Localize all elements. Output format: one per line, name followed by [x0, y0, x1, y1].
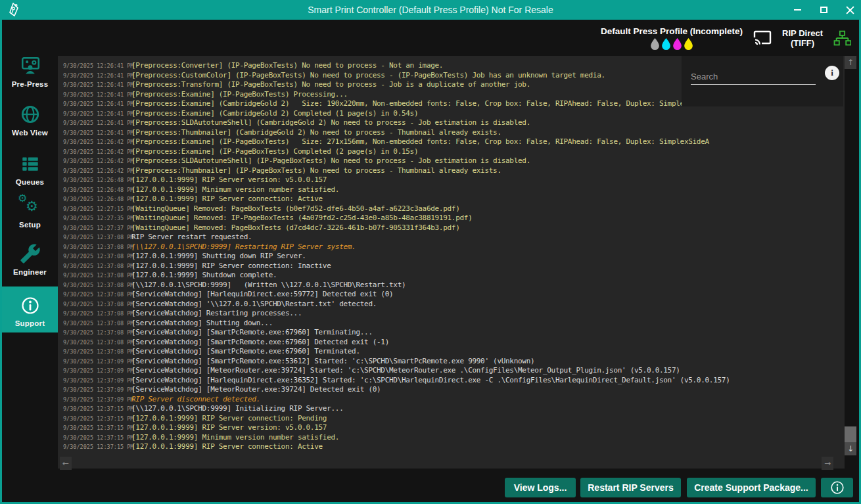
- log-message: [127.0.0.1:9999] RIP Server connection: …: [131, 414, 327, 423]
- window-controls: [791, 0, 856, 20]
- footer-info-button[interactable]: [821, 478, 853, 497]
- log-area[interactable]: 9/30/2025 12:26:41 PM[Preprocess:Convert…: [58, 56, 845, 469]
- log-line: 9/30/2025 12:26:42 PM[Preprocess:Thumbna…: [63, 165, 831, 175]
- titlebar[interactable]: Smart Print Controller (Default Press Pr…: [0, 0, 861, 20]
- log-message: [Preprocess:SLDAutotuneShell] (Cambridge…: [131, 118, 530, 127]
- log-line: 9/30/2025 12:37:08 PM[127.0.0.1:9999] Sh…: [63, 269, 831, 279]
- network-icon[interactable]: [833, 30, 851, 47]
- close-button[interactable]: [844, 4, 856, 16]
- log-message: [Preprocess:CustomColor] (IP-PageBoxTest…: [131, 71, 605, 80]
- sidebar-item-support[interactable]: Support: [2, 286, 58, 332]
- pre-press-icon: [20, 55, 41, 76]
- sidebar-label: Engineer: [13, 268, 47, 276]
- scroll-up-button[interactable]: ↑: [845, 56, 856, 69]
- log-line: 9/30/2025 12:37:08 PM[ServiceWatchdog] […: [63, 327, 831, 336]
- ink-drop-magenta-icon: [673, 38, 682, 50]
- ink-drops: [651, 38, 693, 50]
- log-message: [WaitingQueue] Removed: PageBoxTests (b0…: [131, 204, 459, 213]
- queues-icon: [20, 153, 41, 174]
- log-message: [127.0.0.1:9999] Minimum version number …: [131, 433, 339, 442]
- log-line: 9/30/2025 12:26:48 PM[127.0.0.1:9999] RI…: [63, 174, 831, 184]
- log-message: [ServiceWatchdog] [MeteorRouter.exe:3972…: [131, 385, 381, 394]
- sidebar-label: Web View: [12, 129, 48, 137]
- ink-drop-cyan-icon: [662, 38, 670, 50]
- sidebar-item-setup[interactable]: ⚙ ⚙ Setup: [2, 195, 58, 229]
- scrollbar-thumb[interactable]: [845, 426, 856, 442]
- restart-rip-servers-button[interactable]: Restart RIP Servers: [580, 478, 681, 497]
- main-region: Pre-Press Web View Queues: [2, 20, 859, 502]
- log-message: [ServiceWatchdog] [SmartPcRemote.exe:679…: [131, 347, 360, 355]
- log-message: [ServiceWatchdog] [MeteorRouter.exe:3972…: [131, 366, 680, 375]
- app-window: Smart Print Controller (Default Press Pr…: [0, 0, 861, 504]
- log-line: 9/30/2025 12:37:15 PM[127.0.0.1:9999] RI…: [63, 441, 831, 451]
- log-message: [\\127.0.0.1\SPCHD:9999] Initializing RI…: [131, 404, 343, 413]
- minimize-button[interactable]: [791, 4, 803, 16]
- press-profile-status: Default Press Profile (Incomplete): [601, 26, 743, 50]
- log-line: 9/30/2025 12:26:42 PM[Preprocess:Examine…: [63, 136, 831, 146]
- log-message: [Preprocess:Thumbnailer] (IP-PageBoxTest…: [131, 166, 501, 175]
- log-message: [Preprocess:SLDAutotuneShell] (IP-PageBo…: [131, 156, 530, 165]
- sidebar-item-pre-press[interactable]: Pre-Press: [2, 54, 58, 88]
- log-line: 9/30/2025 12:26:42 PM[Preprocess:Examine…: [63, 146, 831, 156]
- arrow-down-icon: ↓: [847, 444, 854, 453]
- log-message: [Preprocess:Transform] (IP-PageBoxTests)…: [131, 80, 530, 89]
- log-message: [ServiceWatchdog] [HarlequinDirect.exe:3…: [131, 376, 730, 384]
- log-line: 9/30/2025 12:37:08 PM[\\127.0.0.1\SPCHD:…: [63, 279, 831, 289]
- log-line: 9/30/2025 12:37:08 PM[ServiceWatchdog] […: [63, 288, 831, 298]
- minimize-icon: [794, 9, 801, 11]
- log-line: 9/30/2025 12:26:41 PM[Preprocess:Thumbna…: [63, 127, 831, 137]
- search-panel: i: [682, 56, 843, 106]
- log-line: 9/30/2025 12:37:08 PM[ServiceWatchdog] R…: [63, 308, 831, 317]
- horizontal-scrollbar[interactable]: ← →: [58, 457, 833, 469]
- log-message: [Preprocess:Thumbnailer] (CambridgeGold …: [131, 128, 501, 137]
- info-circle-icon: [830, 480, 845, 495]
- log-message: RIP Server restart requested.: [131, 233, 252, 241]
- vertical-scrollbar[interactable]: ↑ ↓: [845, 56, 856, 455]
- log-message: [Preprocess:Examine] (CambridgeGold 2) C…: [131, 109, 418, 118]
- log-message: [Preprocess:Examine] (IP-PageBoxTests) S…: [131, 137, 709, 146]
- scroll-down-button[interactable]: ↓: [845, 442, 856, 455]
- log-line: 9/30/2025 12:37:09 PMRIP Server disconne…: [63, 394, 831, 403]
- wrench-icon: [20, 243, 41, 264]
- log-message: [127.0.0.1:9999] RIP Server connection: …: [131, 195, 323, 203]
- output-mode-label: RIP Direct (TIFF): [782, 28, 823, 48]
- sidebar-label: Support: [15, 319, 45, 327]
- log-line: 9/30/2025 12:37:15 PM[127.0.0.1:9999] RI…: [63, 422, 831, 432]
- log-message: [ServiceWatchdog] [SmartPcRemote.exe:536…: [131, 357, 534, 365]
- log-message: RIP Server disconnect detected.: [131, 395, 260, 403]
- sidebar-item-engineer[interactable]: Engineer: [2, 242, 58, 276]
- sidebar: Pre-Press Web View Queues: [2, 20, 58, 502]
- log-message: [Preprocess:Examine] (IP-PageBoxTests) P…: [131, 90, 348, 99]
- log-line: 9/30/2025 12:26:41 PM[Preprocess:Examine…: [63, 108, 831, 118]
- log-line: 9/30/2025 12:37:08 PM[ServiceWatchdog] S…: [63, 317, 831, 327]
- sidebar-label: Queues: [16, 178, 44, 186]
- log-message: [127.0.0.1:9999] Shutdown complete.: [131, 271, 277, 279]
- log-line: 9/30/2025 12:26:41 PM[Preprocess:SLDAuto…: [63, 117, 831, 127]
- log-line: 9/30/2025 12:37:09 PM[ServiceWatchdog] […: [63, 365, 831, 375]
- support-info-icon: [20, 296, 40, 315]
- search-input[interactable]: [691, 69, 816, 85]
- output-format: (TIFF): [782, 38, 823, 48]
- log-line: 9/30/2025 12:26:48 PM[127.0.0.1:9999] Mi…: [63, 184, 831, 194]
- log-message: [\\127.0.0.1\SPCHD:9999] Restarting RIP …: [131, 242, 356, 251]
- search-info-icon[interactable]: i: [825, 66, 839, 80]
- log-message: [WaitingQueue] Removed: IP-PageBoxTests …: [131, 214, 472, 222]
- scroll-right-button[interactable]: →: [822, 457, 833, 470]
- maximize-button[interactable]: [818, 4, 829, 16]
- scroll-left-button[interactable]: ←: [60, 457, 72, 470]
- press-profile-name: Default Press Profile (Incomplete): [601, 26, 743, 36]
- log-line: 9/30/2025 12:26:48 PM[127.0.0.1:9999] RI…: [63, 193, 831, 203]
- log-line: 9/30/2025 12:37:09 PM[ServiceWatchdog] […: [63, 355, 831, 365]
- sidebar-item-queues[interactable]: Queues: [2, 152, 58, 186]
- view-logs-button[interactable]: View Logs...: [505, 478, 576, 497]
- web-view-icon: [20, 104, 41, 125]
- sidebar-item-web-view[interactable]: Web View: [2, 103, 58, 137]
- log-message: [127.0.0.1:9999] Minimum version number …: [131, 185, 339, 194]
- arrow-up-icon: ↑: [847, 58, 854, 67]
- log-line: 9/30/2025 12:27:37 PM[WaitingQueue] Remo…: [63, 222, 831, 232]
- create-support-package-button[interactable]: Create Support Package...: [687, 478, 816, 497]
- log-message: [127.0.0.1:9999] RIP Server connection: …: [131, 262, 331, 270]
- log-message: [WaitingQueue] Removed: PageBoxTests (d7…: [131, 223, 459, 232]
- maximize-icon: [820, 7, 827, 13]
- sidebar-label: Setup: [19, 221, 41, 229]
